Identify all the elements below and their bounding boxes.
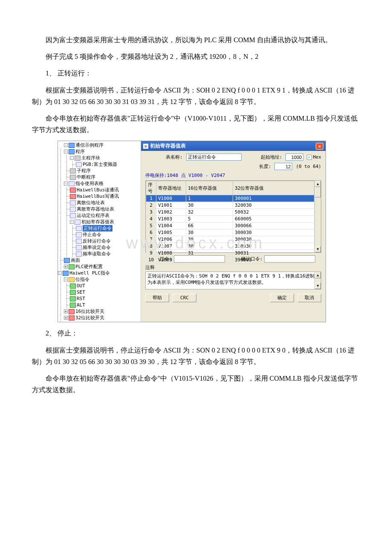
tree-node[interactable]: Haiwell PLC指令 (69, 270, 110, 276)
lib-icon (63, 271, 69, 276)
inst-icon (70, 290, 76, 295)
table-row[interactable]: 8V100730310030 (146, 243, 314, 250)
folder-icon (69, 149, 75, 154)
register-table[interactable]: 序号 寄存器地址 16位寄存器值 32位寄存器值 1V100013000012V… (145, 180, 321, 253)
project-tree[interactable]: -通信示例程序 -程序 -主程序块 PGB:富士变频器 子程序 中断程序 -指令… (58, 141, 141, 322)
col-v32[interactable]: 32位寄存器值 (233, 181, 314, 195)
cancel-button[interactable]: 取消 (297, 294, 321, 302)
tree-node[interactable]: 频率读取命令 (83, 251, 111, 257)
tree-node[interactable]: 离散位地址表 (77, 199, 105, 206)
folder-icon (69, 277, 75, 282)
col-addr[interactable]: 寄存器地址 (156, 181, 186, 195)
table-icon (75, 220, 81, 225)
collapse-icon[interactable]: - (70, 220, 74, 224)
collapse-icon[interactable]: - (64, 278, 68, 281)
tree-node[interactable]: 初始寄存器值表 (81, 219, 114, 225)
tree-node[interactable]: HaiwellBus写通讯 (77, 193, 119, 199)
collapse-icon[interactable]: - (58, 271, 62, 275)
tree-node[interactable]: 频率设定命令 (83, 244, 111, 251)
table-row[interactable]: 4V10035660005 (146, 216, 314, 223)
length-range-label: (0 to 64) (296, 164, 321, 169)
tree-node[interactable]: 停止命令 (83, 231, 101, 238)
tree-node[interactable]: PLC硬件配置 (75, 263, 103, 270)
collapse-icon[interactable]: - (64, 143, 68, 147)
scroll-thumb[interactable] (315, 187, 321, 197)
notes-text: 正转运行ASCII命令为：SOH 0 2 ENQ f 0 0 0 1 ETX 9… (147, 273, 314, 285)
tree-node[interactable]: 32位比较开关 (75, 315, 104, 321)
scroll-down-icon[interactable]: ▼ (315, 283, 321, 289)
tree-node[interactable]: 反转运行命令 (83, 238, 111, 244)
tree-node[interactable]: 通信示例程序 (75, 142, 104, 148)
col-v16[interactable]: 16位寄存器值 (186, 181, 233, 195)
block-icon (70, 168, 76, 173)
notes-textarea[interactable]: 正转运行ASCII命令为：SOH 0 2 ENQ f 0 0 0 1 ETX 9… (145, 272, 321, 289)
close-icon[interactable]: ✕ (316, 143, 323, 150)
table-icon (76, 245, 82, 250)
password-input[interactable] (174, 255, 225, 263)
collapse-icon[interactable]: - (70, 156, 74, 160)
retain-info: 停电保持:1048 点 V1000 - V2047 (145, 172, 321, 179)
start-addr-label: 起始地址: (261, 154, 282, 160)
screen-icon (64, 258, 70, 263)
paragraph-5: 命令串放在初始寄存器值表"正转运行命令"中（V1000-V1011，见下图），采… (32, 113, 360, 136)
start-addr-input[interactable] (285, 153, 303, 161)
crc-button[interactable]: CRC (173, 294, 196, 302)
help-button[interactable]: 帮助 (145, 294, 169, 302)
table-name-input[interactable] (186, 153, 242, 161)
tree-node[interactable]: SET (77, 289, 85, 295)
table-icon (76, 232, 82, 237)
paragraph-6: 2、 停止： (32, 327, 360, 339)
tree-node[interactable]: PGB:富士变频器 (83, 161, 118, 168)
table-row[interactable]: 5V100466300066 (146, 223, 314, 229)
expand-icon[interactable]: + (64, 309, 68, 313)
tree-node[interactable]: 指令使用表格 (75, 180, 104, 187)
table-row[interactable]: 3V10023250032 (146, 209, 314, 216)
collapse-icon[interactable]: - (64, 150, 68, 153)
dialog-titlebar[interactable]: ⊞ 初始寄存器值表 ✕ (141, 141, 326, 151)
table-icon (76, 239, 82, 244)
scroll-up-icon[interactable]: ▲ (315, 272, 321, 278)
tree-node-selected[interactable]: 正转运行命令 (83, 225, 112, 231)
dialog-icon: ⊞ (143, 144, 148, 149)
expand-icon[interactable]: + (64, 265, 68, 269)
table-icon (70, 207, 76, 212)
table-scrollbar[interactable]: ▲ ▼ (314, 181, 321, 252)
inst-icon (70, 303, 76, 308)
paragraph-8: 命令串放在初始寄存器值表"停止命令"中（V1015-V1026，见下图），采用 … (32, 373, 360, 396)
tree-node[interactable]: 16位比较开关 (75, 308, 104, 315)
password-label: 口令: (160, 256, 172, 262)
ok-button[interactable]: 确定 (270, 294, 294, 302)
hex-checkbox[interactable]: ✓Hex (307, 154, 321, 160)
tree-node[interactable]: 主程序块 (81, 155, 100, 161)
tree-node[interactable]: 程序 (75, 148, 85, 155)
tree-node[interactable]: ALT (77, 302, 85, 308)
table-row[interactable]: 1V10001300001 (146, 195, 314, 202)
collapse-icon[interactable]: - (64, 182, 68, 185)
password-confirm-input[interactable] (264, 255, 315, 263)
tree-node[interactable]: HaiwellBus读通讯 (77, 187, 119, 193)
notes-label: 注释 (145, 264, 321, 271)
tree-node[interactable]: 子程序 (77, 168, 91, 174)
comm-icon (70, 188, 76, 193)
expand-icon[interactable]: + (64, 316, 68, 320)
tree-node[interactable]: 中断程序 (77, 174, 95, 180)
tree-node[interactable]: RST (77, 295, 85, 302)
tree-node[interactable]: 运动定位程序表 (77, 212, 110, 219)
register-table-dialog: ⊞ 初始寄存器值表 ✕ 表名称: 起始地址: ✓Hex 长度: (0 to 64… (141, 141, 326, 322)
table-icon (69, 181, 75, 186)
scroll-down-icon[interactable]: ▼ (315, 246, 321, 252)
length-input[interactable] (274, 163, 292, 170)
table-row[interactable]: 2V100130320030 (146, 202, 314, 209)
tree-node[interactable]: 画面 (71, 257, 80, 263)
table-row[interactable]: 6V100530300030 (146, 229, 314, 236)
tree-node[interactable]: 位指令 (75, 276, 89, 283)
tree-node[interactable]: 离散寄存器地址表 (77, 206, 114, 212)
table-icon (70, 213, 76, 218)
col-seq[interactable]: 序号 (146, 181, 156, 195)
block-icon (70, 175, 76, 180)
table-row[interactable]: 7V100630300030 (146, 236, 314, 243)
tree-node[interactable]: OUT (77, 283, 85, 289)
scroll-up-icon[interactable]: ▲ (315, 181, 321, 187)
paragraph-7: 根据富士变频器说明书，停止运行命令 ASCII 为：SON 0 2 ENQ f … (32, 344, 360, 367)
app-screenshot: www.docx.com -通信示例程序 -程序 -主程序块 PGB:富士变频器… (58, 141, 326, 322)
